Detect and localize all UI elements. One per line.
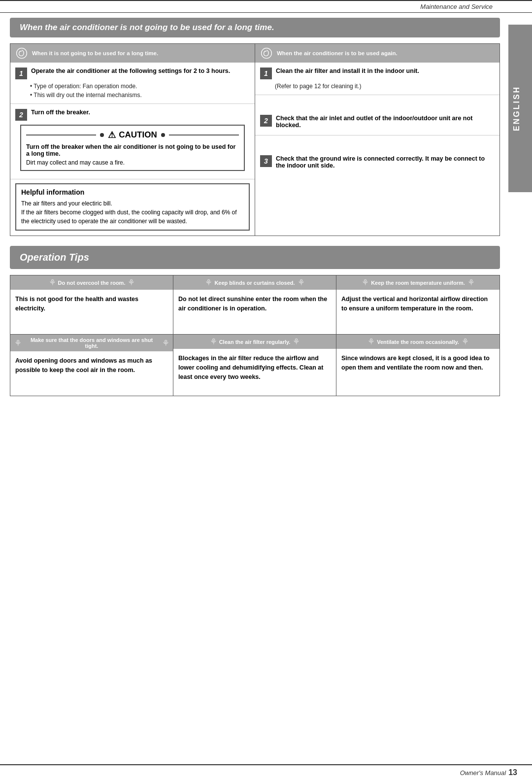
caution-title-row: ⚠ CAUTION <box>26 130 239 140</box>
left-step2: 2 Turn off the breaker. ⚠ CAUTION <box>10 104 255 179</box>
swirl-tip1-left: ⚘ <box>49 278 56 287</box>
tip-cell-3: ⚘ Keep the room temperature uniform. ⚘ A… <box>336 275 499 335</box>
step1-sub-left: • Type of operation: Fan operation mode.… <box>15 82 250 100</box>
swirl-icon-left <box>15 47 28 60</box>
caution-line-left <box>26 135 96 136</box>
swirl-tip4-right: ⚘ <box>162 339 169 348</box>
right-step1: 1 Clean the air filter and install it in… <box>255 63 499 95</box>
tip-body-2: Do not let direct sunshine enter the roo… <box>173 290 336 334</box>
top-bar-label: Maintenance and Service <box>420 3 493 10</box>
right-step2: 2 Check that the air inlet and outlet of… <box>255 95 499 136</box>
left-step1: 1 Operate the air conditioner at the fol… <box>10 63 255 104</box>
sidebar-english: ENGLISH <box>508 25 532 192</box>
swirl-tip5-right: ⚘ <box>293 337 299 346</box>
tips-grid: ⚘ Do not overcool the room. ⚘ This is no… <box>10 275 500 396</box>
step2-num-left: 2 <box>15 109 27 121</box>
step1-text-left: Operate the air conditioner at the follo… <box>31 68 230 74</box>
swirl-tip3-left: ⚘ <box>362 278 368 287</box>
tip-header-3: ⚘ Keep the room temperature uniform. ⚘ <box>336 275 499 290</box>
swirl-tip1-right: ⚘ <box>128 278 134 287</box>
swirl-tip2-right: ⚘ <box>298 278 304 287</box>
right-step1-sub: (Refer to page 12 for cleaning it.) <box>260 82 495 91</box>
svg-point-0 <box>17 48 27 59</box>
right-col-header-text: When the air conditioner is to be used a… <box>277 50 398 56</box>
main-content: When the air conditioner is not going to… <box>0 13 532 411</box>
right-step3: 3 Check that the ground wire is connecte… <box>255 136 499 175</box>
tip-cell-5: ⚘ Clean the air filter regularly. ⚘ Bloc… <box>173 335 336 396</box>
left-col-header-text: When it is not going to be used for a lo… <box>32 50 158 56</box>
tip-body-6: Since windows are kept closed, it is a g… <box>336 349 499 393</box>
right-step3-num: 3 <box>260 155 272 167</box>
tip-body-4: Avoid opening doors and windows as much … <box>10 351 173 396</box>
right-step1-text: Clean the air filter and install it in t… <box>276 68 419 74</box>
swirl-tip5-left: ⚘ <box>210 337 217 346</box>
caution-text: Dirt may collect and may cause a fire. <box>26 159 239 166</box>
caution-dot-left <box>100 133 104 137</box>
caution-line-right <box>169 135 239 136</box>
top-bar: Maintenance and Service <box>0 0 532 13</box>
tip-header-2: ⚘ Keep blinds or curtains closed. ⚘ <box>173 275 336 290</box>
right-step1-num: 1 <box>260 68 272 79</box>
tip-cell-4: ⚘ Make sure that the doors and windows a… <box>10 335 173 396</box>
swirl-tip2-left: ⚘ <box>205 278 212 287</box>
right-step3-text: Check that the ground wire is connected … <box>276 155 495 169</box>
left-col-header: When it is not going to be used for a lo… <box>10 44 255 63</box>
caution-title: ⚠ CAUTION <box>108 130 157 140</box>
tip-body-3: Adjust the vertical and horizontal airfl… <box>336 290 499 334</box>
svg-point-1 <box>262 48 272 59</box>
tip-header-6: ⚘ Ventilate the room occasionally. ⚘ <box>336 335 499 349</box>
footer-label: Owner's Manual <box>460 769 506 777</box>
helpful-box: Helpful information The air filters and … <box>15 183 250 231</box>
left-col: When it is not going to be used for a lo… <box>10 44 255 236</box>
footer-page: 13 <box>508 768 517 777</box>
tip-cell-2: ⚘ Keep blinds or curtains closed. ⚘ Do n… <box>173 275 336 335</box>
warning-triangle-icon: ⚠ <box>108 130 116 140</box>
right-col-header: When the air conditioner is to be used a… <box>255 44 499 63</box>
right-step2-num: 2 <box>260 115 272 127</box>
right-step2-text: Check that the air inlet and outlet of t… <box>276 115 495 129</box>
tip-cell-1: ⚘ Do not overcool the room. ⚘ This is no… <box>10 275 173 335</box>
bottom-bar: Owner's Manual 13 <box>0 764 532 780</box>
helpful-title: Helpful information <box>21 188 244 196</box>
caution-dot-right <box>161 133 165 137</box>
step2-text-left: Turn off the breaker. <box>31 109 90 116</box>
two-col-layout: When it is not going to be used for a lo… <box>10 43 500 236</box>
swirl-icon-right <box>260 47 273 60</box>
section1-title: When the air conditioner is not going to… <box>10 18 500 37</box>
swirl-tip3-right: ⚘ <box>467 278 474 287</box>
caution-text-bold: Turn off the breaker when the air condit… <box>26 143 239 157</box>
ops-title: Operation Tips <box>10 246 500 269</box>
tip-cell-6: ⚘ Ventilate the room occasionally. ⚘ Sin… <box>336 335 499 396</box>
right-col: When the air conditioner is to be used a… <box>255 44 499 236</box>
tip-header-1: ⚘ Do not overcool the room. ⚘ <box>10 275 173 290</box>
helpful-text: The air filters and your electiric bill.… <box>21 199 244 226</box>
tip-header-4: ⚘ Make sure that the doors and windows a… <box>10 335 173 351</box>
swirl-tip6-left: ⚘ <box>367 337 374 346</box>
tip-body-5: Blockages in the air filter reduce the a… <box>173 349 336 393</box>
tip-body-1: This is not good for the health and wast… <box>10 290 173 334</box>
caution-box: ⚠ CAUTION Turn off the breaker when the … <box>20 125 245 171</box>
swirl-tip6-right: ⚘ <box>462 337 468 346</box>
tip-header-5: ⚘ Clean the air filter regularly. ⚘ <box>173 335 336 349</box>
step1-num-left: 1 <box>15 68 27 79</box>
swirl-tip4-left: ⚘ <box>14 339 21 348</box>
